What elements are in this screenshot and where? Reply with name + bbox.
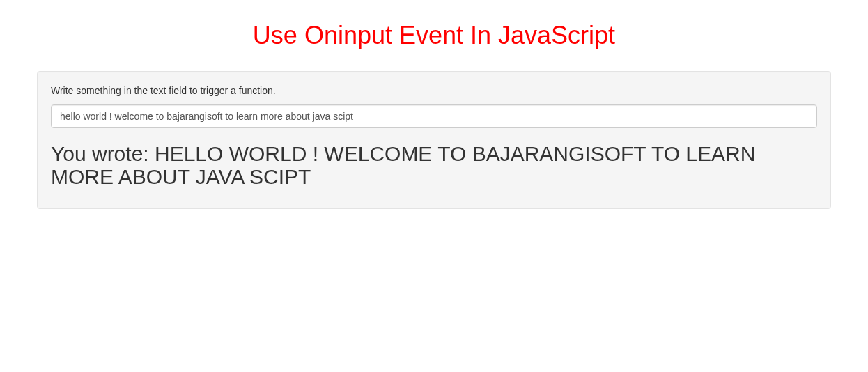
instruction-text: Write something in the text field to tri… xyxy=(51,85,817,96)
page-title: Use Oninput Event In JavaScript xyxy=(37,21,831,50)
page-container: Use Oninput Event In JavaScript Write so… xyxy=(26,21,842,209)
output-heading: You wrote: HELLO WORLD ! WELCOME TO BAJA… xyxy=(51,142,817,188)
text-input[interactable] xyxy=(51,104,817,128)
demo-panel: Write something in the text field to tri… xyxy=(37,71,831,209)
